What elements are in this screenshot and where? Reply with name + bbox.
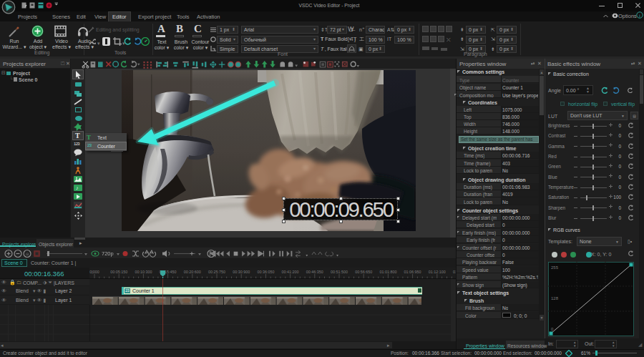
svg-text:128: 128 xyxy=(551,296,559,300)
svg-text:01:06:950: 01:06:950 xyxy=(404,270,421,274)
svg-text:00:36:050: 00:36:050 xyxy=(257,270,274,274)
svg-text:00:51:500: 00:51:500 xyxy=(331,270,348,274)
svg-text:00:10:300: 00:10:300 xyxy=(135,270,152,274)
svg-text:0|000: 0|000 xyxy=(89,270,99,274)
svg-text:00:20:600: 00:20:600 xyxy=(184,270,201,274)
svg-text:01:01:800: 01:01:800 xyxy=(379,270,396,274)
svg-text:00:30:900: 00:30:900 xyxy=(233,270,250,274)
svg-text:720p: 720p xyxy=(102,250,114,257)
svg-text:00:56:650: 00:56:650 xyxy=(355,270,372,274)
svg-text:i: i xyxy=(639,13,640,19)
svg-text:00:25:750: 00:25:750 xyxy=(208,270,225,274)
svg-text:00:05:150: 00:05:150 xyxy=(110,270,127,274)
svg-text:⊙: ⊙ xyxy=(26,252,29,256)
svg-text:00:46:350: 00:46:350 xyxy=(306,270,323,274)
svg-text:00:41:200: 00:41:200 xyxy=(282,270,299,274)
svg-text:01:12:100: 01:12:100 xyxy=(429,270,446,274)
svg-text:255: 255 xyxy=(551,265,559,270)
